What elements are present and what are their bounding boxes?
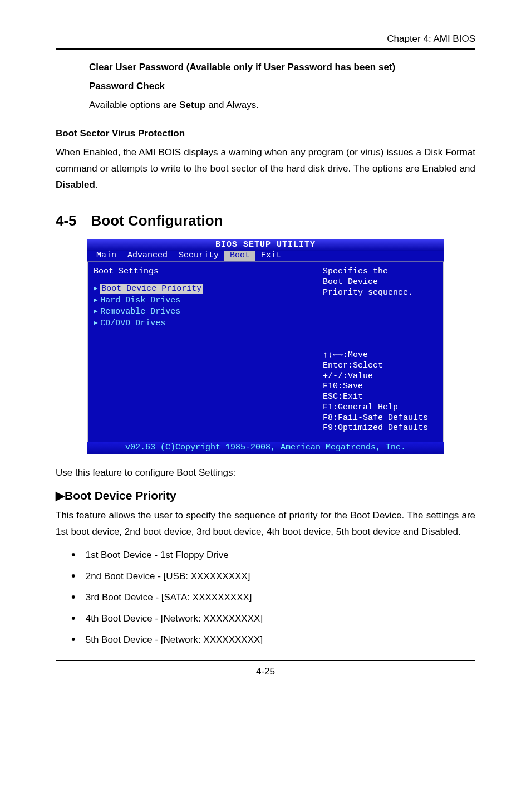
bios-menu-item[interactable]: ▸ Hard Disk Drives bbox=[94, 295, 311, 306]
boot-device-priority-heading: ▶Boot Device Priority bbox=[56, 489, 475, 502]
bullet-text: 4th Boot Device - [Network: XXXXXXXXX] bbox=[86, 613, 263, 624]
bdp-title-text: Boot Device Priority bbox=[65, 489, 176, 502]
triangle-icon: ▸ bbox=[94, 295, 100, 304]
disabled-bold: Disabled bbox=[56, 179, 95, 190]
boot-sector-virus-heading: Boot Sector Virus Protection bbox=[56, 128, 475, 139]
bullet-text: 5th Boot Device - [Network: XXXXXXXXX] bbox=[86, 634, 263, 645]
section-number: 4-5 bbox=[56, 212, 77, 229]
section-title-row: 4-5 Boot Configuration bbox=[56, 212, 475, 229]
bios-hint-text: Specifies the Boot Device Priority seque… bbox=[323, 267, 440, 298]
bios-menu-item[interactable]: ▸ Boot Device Priority bbox=[94, 283, 311, 295]
section-title: Boot Configuration bbox=[91, 212, 223, 229]
triangle-icon: ▸ bbox=[94, 306, 100, 315]
boot-sector-virus-paragraph: When Enabled, the AMI BOIS displays a wa… bbox=[56, 145, 475, 193]
bios-menu-item[interactable]: ▸ Removable Drives bbox=[94, 306, 311, 317]
list-item: •1st Boot Device - 1st Floppy Drive bbox=[71, 550, 475, 561]
bios-tab-boot[interactable]: Boot bbox=[224, 251, 255, 261]
bullet-icon: • bbox=[71, 634, 76, 644]
text: and Always. bbox=[205, 100, 258, 110]
setup-bold: Setup bbox=[179, 100, 205, 110]
list-item: •5th Boot Device - [Network: XXXXXXXXX] bbox=[71, 634, 475, 645]
bios-tab-security[interactable]: Security bbox=[173, 251, 224, 261]
password-check-paragraph: Available options are Setup and Always. bbox=[89, 97, 475, 114]
bios-key: ↑↓←→:Move bbox=[323, 350, 440, 361]
bios-key: F10:Save bbox=[323, 381, 440, 392]
bios-copyright: v02.63 (C)Copyright 1985-2008, American … bbox=[87, 442, 444, 454]
text: Available options are bbox=[89, 100, 179, 110]
clear-user-password-heading: Clear User Password (Available only if U… bbox=[89, 62, 475, 73]
list-item: •4th Boot Device - [Network: XXXXXXXXX] bbox=[71, 613, 475, 624]
bios-right-pane: Specifies the Boot Device Priority seque… bbox=[317, 262, 444, 442]
bios-key: ESC:Exit bbox=[323, 392, 440, 403]
bios-menu-removable-drives: Removable Drives bbox=[100, 307, 180, 316]
chapter-header: Chapter 4: AMI BIOS bbox=[56, 33, 475, 50]
use-feature-text: Use this feature to configure Boot Setti… bbox=[56, 465, 475, 481]
list-item: •3rd Boot Device - [SATA: XXXXXXXXX] bbox=[71, 592, 475, 603]
bios-key: F1:General Help bbox=[323, 403, 440, 413]
bullet-icon: • bbox=[71, 550, 76, 559]
list-item: •2nd Boot Device - [USB: XXXXXXXXX] bbox=[71, 571, 475, 582]
bios-key-legend: ↑↓←→:Move Enter:Select +/-/:Value F10:Sa… bbox=[323, 350, 440, 434]
bios-key: +/-/:Value bbox=[323, 371, 440, 382]
triangle-icon: ▸ bbox=[94, 317, 100, 327]
text: When Enabled, the AMI BOIS displays a wa… bbox=[56, 147, 475, 174]
bios-menu-cd-dvd-drives: CD/DVD Drives bbox=[100, 319, 165, 328]
bullet-text: 2nd Boot Device - [USB: XXXXXXXXX] bbox=[86, 571, 250, 582]
bullet-icon: • bbox=[71, 613, 76, 623]
bios-menu-hard-disk-drives: Hard Disk Drives bbox=[100, 296, 180, 305]
footer-rule bbox=[56, 660, 475, 661]
bios-left-pane: Boot Settings ▸ Boot Device Priority ▸ H… bbox=[87, 262, 317, 442]
bullet-text: 1st Boot Device - 1st Floppy Drive bbox=[86, 550, 229, 561]
bios-tab-row: Main Advanced Security Boot Exit bbox=[87, 251, 444, 261]
bios-tab-advanced[interactable]: Advanced bbox=[122, 251, 173, 261]
bullet-icon: • bbox=[71, 592, 76, 601]
bios-boot-settings-heading: Boot Settings bbox=[94, 267, 311, 277]
page-number: 4-25 bbox=[56, 666, 475, 677]
triangle-icon: ▸ bbox=[94, 283, 100, 292]
text: . bbox=[95, 179, 98, 190]
boot-device-priority-paragraph: This feature allows the user to specify … bbox=[56, 508, 475, 540]
bios-key: F8:Fail-Safe Defaults bbox=[323, 413, 440, 424]
bios-tab-exit[interactable]: Exit bbox=[255, 251, 287, 261]
bios-key: F9:Optimized Defaults bbox=[323, 423, 440, 434]
bios-menu-boot-device-priority: Boot Device Priority bbox=[100, 284, 203, 294]
password-check-heading: Password Check bbox=[89, 81, 475, 92]
bios-title-bar: BIOS SETUP UTILITY bbox=[87, 239, 444, 251]
bios-tab-main[interactable]: Main bbox=[91, 251, 122, 261]
bullet-text: 3rd Boot Device - [SATA: XXXXXXXXX] bbox=[86, 592, 252, 603]
triangle-icon: ▶ bbox=[56, 489, 65, 502]
bios-key: Enter:Select bbox=[323, 361, 440, 371]
bullet-icon: • bbox=[71, 571, 76, 580]
bios-menu-item[interactable]: ▸ CD/DVD Drives bbox=[94, 317, 311, 329]
bios-screenshot: BIOS SETUP UTILITY Main Advanced Securit… bbox=[87, 239, 444, 454]
